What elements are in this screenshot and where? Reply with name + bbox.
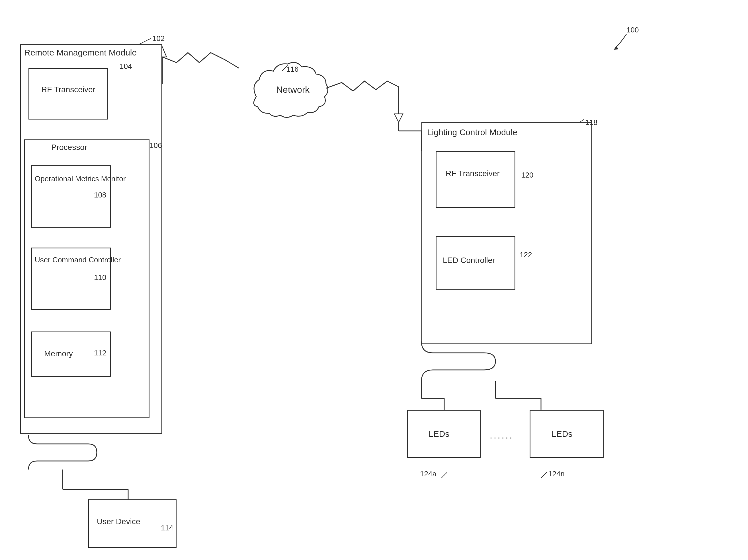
ref-116: 116 <box>286 65 298 74</box>
led-controller-label: LED Controller <box>443 255 495 266</box>
leds-1-label: LEDs <box>428 428 449 439</box>
svg-marker-0 <box>614 46 618 50</box>
network-label: Network <box>276 84 309 96</box>
leds-2-label: LEDs <box>552 428 572 439</box>
svg-line-9 <box>140 39 151 44</box>
dots-label: ...... <box>490 430 513 442</box>
ref-104: 104 <box>120 62 132 71</box>
ref-106: 106 <box>149 141 162 150</box>
svg-line-28 <box>441 472 447 478</box>
ref-110: 110 <box>94 273 106 282</box>
svg-line-29 <box>541 472 547 478</box>
rmm-label: Remote Management Module <box>24 47 137 58</box>
ref-124n: 124n <box>548 469 565 478</box>
ref-102: 102 <box>152 34 165 43</box>
diagram: 100 Remote Management Module 102 RF Tran… <box>0 0 748 560</box>
user-device-label: User Device <box>97 516 140 527</box>
rf-transceiver-2-label: RF Transceiver <box>446 168 500 179</box>
ref-114: 114 <box>161 524 173 532</box>
ref-108: 108 <box>94 191 106 199</box>
lcm-label: Lighting Control Module <box>427 127 517 138</box>
rf-transceiver-1-label: RF Transceiver <box>37 84 100 95</box>
omm-label: Operational Metrics Monitor <box>35 174 125 184</box>
rf-transceiver-2-box <box>436 151 515 208</box>
ucc-label: User Command Controller <box>35 255 121 265</box>
svg-marker-5 <box>394 114 403 122</box>
ref-100: 100 <box>626 26 639 34</box>
ref-120: 120 <box>521 171 533 179</box>
ref-112: 112 <box>94 348 106 358</box>
ref-118: 118 <box>585 118 598 127</box>
processor-label: Processor <box>51 142 87 152</box>
ref-122: 122 <box>520 250 532 259</box>
memory-label: Memory <box>44 348 73 359</box>
ref-124a: 124a <box>420 469 437 478</box>
